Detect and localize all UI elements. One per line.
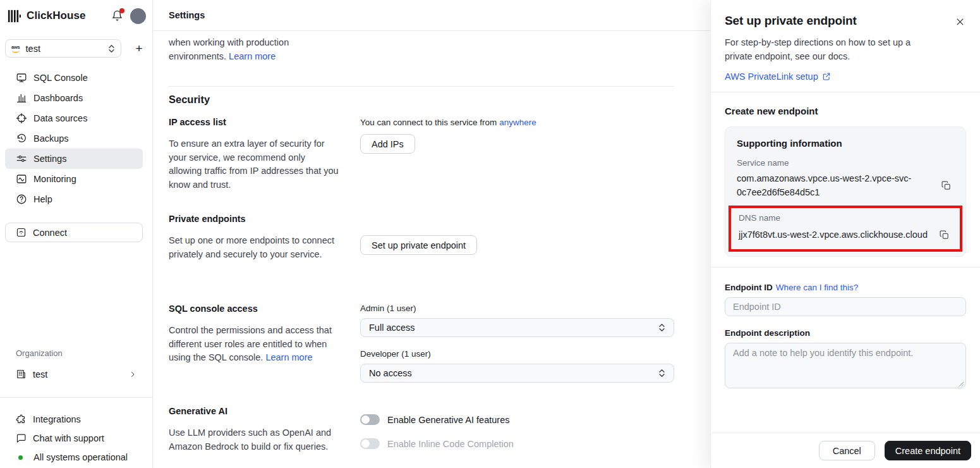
- ip-access-description: To ensure an extra layer of security for…: [169, 137, 341, 192]
- developer-role-label: Developer (1 user): [360, 349, 674, 359]
- sql-console-icon: [16, 72, 27, 83]
- add-service-button[interactable]: +: [131, 40, 147, 57]
- inline-completion-toggle-label: Enable Inline Code Completion: [387, 439, 514, 449]
- sidebar-item-data-sources[interactable]: Data sources: [5, 108, 143, 128]
- sidebar-item-integrations[interactable]: Integrations: [5, 410, 143, 429]
- endpoint-id-label-row: Endpoint ID Where can I find this?: [725, 283, 966, 292]
- sidebar-item-dashboards[interactable]: Dashboards: [5, 88, 143, 108]
- intro-learn-more-link[interactable]: Learn more: [229, 51, 275, 61]
- supporting-information-card: Supporting information Service name com.…: [725, 126, 966, 257]
- sidebar-item-monitoring[interactable]: Monitoring: [5, 169, 143, 189]
- sidebar-divider: [0, 397, 152, 398]
- integrations-puzzle-icon: [16, 414, 27, 425]
- inline-completion-toggle-row[interactable]: Enable Inline Code Completion: [360, 438, 674, 449]
- sidebar-item-label: Backups: [33, 133, 69, 144]
- generative-ai-section: Generative AI Use LLM providers such as …: [169, 406, 674, 453]
- sidebar-item-label: Dashboards: [33, 93, 83, 103]
- monitoring-icon: [16, 173, 27, 185]
- copy-icon[interactable]: [936, 227, 952, 243]
- endpoint-description-label: Endpoint description: [725, 328, 966, 338]
- sidebar-item-sql-console[interactable]: SQL Console: [5, 68, 143, 88]
- connect-icon: [16, 227, 27, 238]
- backups-icon: [16, 133, 27, 144]
- dns-name-value: jjx7f6t8vt.us-west-2.vpce.aws.clickhouse…: [739, 228, 931, 242]
- sql-access-description: Control the permissions and access that …: [169, 324, 341, 365]
- page-header: Settings: [153, 0, 710, 31]
- organization-row[interactable]: test: [5, 365, 143, 383]
- connect-from-line: You can connect to this service from any…: [360, 118, 674, 127]
- sidebar-item-label: Help: [33, 194, 52, 204]
- service-name-label: Service name: [737, 158, 954, 168]
- chevron-right-icon: [129, 371, 136, 378]
- dns-highlight-annotation-box: DNS name jjx7f6t8vt.us-west-2.vpce.aws.c…: [729, 206, 962, 252]
- close-icon[interactable]: [954, 16, 966, 28]
- sidebar-item-backups[interactable]: Backups: [5, 128, 143, 149]
- status-label: All systems operational: [33, 452, 128, 462]
- avatar[interactable]: [130, 8, 146, 24]
- anywhere-link[interactable]: anywhere: [499, 118, 536, 127]
- set-up-private-endpoint-button[interactable]: Set up private endpoint: [360, 235, 477, 255]
- admin-access-select[interactable]: Full access: [360, 318, 674, 337]
- copy-icon[interactable]: [938, 178, 954, 194]
- notification-dot: [119, 8, 124, 13]
- generative-ai-toggle-row[interactable]: Enable Generative AI features: [360, 414, 674, 425]
- brand-name: ClickHouse: [27, 9, 86, 22]
- drawer-title: Set up private endpoint: [725, 14, 857, 28]
- create-endpoint-heading: Create new endpoint: [725, 106, 966, 116]
- aws-privatelink-setup-link[interactable]: AWS PrivateLink setup: [725, 71, 818, 82]
- clickhouse-logo-icon[interactable]: [8, 9, 21, 23]
- endpoint-id-input[interactable]: [725, 297, 966, 316]
- notifications-bell-icon[interactable]: [111, 9, 124, 23]
- endpoint-description-textarea[interactable]: [725, 343, 966, 388]
- external-link-icon: [822, 72, 831, 81]
- docs-link-row: AWS PrivateLink setup: [725, 71, 966, 82]
- service-name: test: [26, 44, 40, 54]
- supporting-information-title: Supporting information: [737, 138, 954, 149]
- developer-access-select[interactable]: No access: [360, 364, 674, 383]
- sidebar-item-chat-support[interactable]: Chat with support: [5, 429, 143, 448]
- sidebar-item-status[interactable]: All systems operational: [5, 448, 143, 467]
- generative-ai-title: Generative AI: [169, 406, 341, 416]
- settings-body: when working with production environment…: [153, 31, 710, 468]
- chevron-up-down-icon: [108, 44, 115, 53]
- drawer-description: For step-by-step directions on how to se…: [725, 36, 936, 63]
- main-content: Settings when working with production en…: [153, 0, 710, 468]
- private-endpoints-section: Private endpoints Set up one or more end…: [169, 214, 674, 261]
- sidebar-item-settings[interactable]: Settings: [5, 149, 143, 169]
- organization-building-icon: [16, 369, 27, 379]
- sql-learn-more-link[interactable]: Learn more: [265, 352, 312, 362]
- sidebar-item-label: Chat with support: [33, 433, 104, 443]
- private-endpoint-drawer: Set up private endpoint For step-by-step…: [710, 0, 980, 468]
- sidebar-nav: SQL Console Dashboards Data sources: [5, 68, 143, 209]
- aws-icon: aws: [11, 45, 20, 52]
- settings-sliders-icon: [16, 153, 27, 164]
- create-endpoint-button[interactable]: Create endpoint: [885, 441, 971, 460]
- sql-access-title: SQL console access: [169, 304, 341, 314]
- endpoint-id-label: Endpoint ID: [725, 283, 773, 292]
- sql-console-access-section: SQL console access Control the permissio…: [169, 304, 674, 383]
- sidebar-item-label: Data sources: [33, 113, 87, 123]
- page-title: Settings: [169, 10, 205, 20]
- add-ips-button[interactable]: Add IPs: [360, 134, 415, 154]
- inline-completion-toggle[interactable]: [360, 438, 380, 449]
- intro-paragraph: when working with production environment…: [169, 36, 308, 63]
- cancel-button[interactable]: Cancel: [819, 441, 875, 460]
- chevron-up-down-icon: [658, 323, 665, 332]
- dashboards-icon: [16, 92, 27, 104]
- status-green-dot: [18, 455, 23, 460]
- sidebar-item-label: SQL Console: [33, 73, 88, 83]
- chat-bubble-icon: [16, 433, 27, 444]
- sidebar: ClickHouse aws test +: [0, 0, 153, 468]
- section-divider: [169, 86, 674, 87]
- service-name-value: com.amazonaws.vpce.us-west-2.vpce-svc-0c…: [737, 172, 933, 199]
- ip-access-section: IP access list To ensure an extra layer …: [169, 117, 674, 192]
- sidebar-item-help[interactable]: Help: [5, 189, 143, 209]
- connect-button[interactable]: Connect: [5, 223, 143, 242]
- connect-label: Connect: [33, 228, 67, 238]
- sidebar-item-label: Settings: [33, 154, 66, 164]
- generative-ai-toggle[interactable]: [360, 414, 380, 425]
- generative-ai-description: Use LLM providers such as OpenAI and Ama…: [169, 426, 341, 453]
- developer-access-value: No access: [369, 368, 412, 378]
- service-select-dropdown[interactable]: aws test: [5, 39, 121, 58]
- where-can-i-find-this-link[interactable]: Where can I find this?: [776, 283, 859, 292]
